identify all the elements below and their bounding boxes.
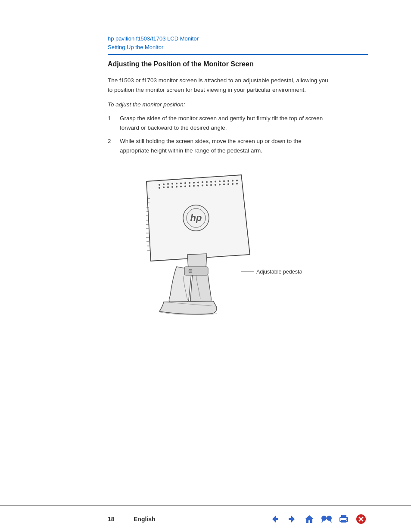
svg-rect-66: [341, 520, 346, 523]
svg-point-18: [236, 180, 238, 181]
svg-point-34: [223, 184, 225, 185]
footer-language: English: [134, 516, 268, 523]
step-1-text: Grasp the sides of the monitor screen an…: [120, 114, 332, 132]
section-divider: [108, 54, 368, 55]
section-heading: Adjusting the Position of the Monitor Sc…: [108, 60, 368, 68]
breadcrumb-line1: hp pavilion f1503/f1703 LCD Monitor: [108, 34, 368, 43]
svg-point-55: [189, 269, 192, 273]
breadcrumb: hp pavilion f1503/f1703 LCD Monitor Sett…: [108, 34, 368, 51]
content-area: hp pavilion f1503/f1703 LCD Monitor Sett…: [0, 0, 411, 505]
nav-home-button[interactable]: [302, 513, 316, 525]
italic-instruction: To adjust the monitor position:: [108, 101, 368, 108]
svg-point-13: [215, 180, 216, 182]
svg-point-7: [189, 182, 190, 184]
breadcrumb-line2: Setting Up the Monitor: [108, 43, 368, 52]
svg-point-22: [171, 186, 173, 188]
svg-point-16: [227, 180, 229, 182]
nav-print-button[interactable]: [337, 513, 351, 525]
step-2-text: While still holding the screen sides, mo…: [120, 137, 332, 155]
steps-list: 1 Grasp the sides of the monitor screen …: [108, 114, 332, 155]
svg-point-31: [210, 184, 212, 186]
monitor-diagram-svg: hp: [121, 168, 302, 315]
svg-point-59: [322, 516, 326, 520]
svg-point-29: [202, 184, 203, 186]
footer-navigation: [268, 513, 368, 525]
monitor-illustration: hp: [121, 168, 302, 315]
svg-point-23: [176, 186, 177, 187]
svg-point-6: [184, 182, 186, 184]
svg-marker-57: [272, 516, 278, 523]
svg-point-27: [193, 185, 195, 187]
svg-point-1: [163, 184, 165, 185]
diagram-label: Adjustable pedestal arm: [256, 269, 302, 275]
svg-point-15: [223, 180, 225, 182]
svg-marker-58: [289, 516, 295, 523]
svg-point-2: [167, 183, 169, 185]
svg-point-19: [159, 187, 160, 189]
svg-point-25: [184, 185, 186, 187]
svg-point-17: [232, 180, 234, 181]
svg-point-36: [232, 183, 234, 185]
svg-point-33: [219, 184, 221, 185]
svg-text:hp: hp: [190, 212, 202, 223]
svg-point-21: [167, 186, 169, 188]
svg-point-4: [176, 183, 177, 184]
svg-point-20: [163, 187, 165, 188]
svg-rect-61: [326, 518, 327, 519]
nav-search-button[interactable]: [320, 513, 333, 525]
intro-paragraph: The f1503 or f1703 monitor screen is att…: [108, 76, 332, 94]
nav-back-button[interactable]: [268, 513, 282, 525]
svg-point-11: [206, 181, 208, 183]
svg-point-12: [210, 181, 212, 183]
svg-point-60: [327, 516, 331, 520]
svg-point-37: [236, 183, 238, 184]
svg-point-5: [180, 182, 182, 184]
footer: 18 English: [0, 505, 411, 532]
svg-point-26: [189, 185, 190, 187]
svg-rect-54: [184, 267, 208, 275]
svg-line-63: [330, 520, 331, 523]
step-1-num: 1: [108, 114, 115, 132]
svg-point-9: [197, 181, 199, 183]
svg-point-14: [219, 180, 221, 182]
svg-point-67: [346, 518, 347, 520]
svg-point-0: [159, 184, 160, 186]
svg-point-30: [206, 184, 208, 186]
step-2-num: 2: [108, 137, 115, 155]
svg-point-28: [197, 185, 199, 187]
footer-page-number: 18: [108, 516, 134, 523]
nav-forward-button[interactable]: [285, 513, 299, 525]
svg-point-8: [193, 182, 195, 184]
svg-point-32: [215, 184, 216, 186]
svg-point-24: [180, 186, 182, 187]
step-2: 2 While still holding the screen sides, …: [108, 137, 332, 155]
step-1: 1 Grasp the sides of the monitor screen …: [108, 114, 332, 132]
page-container: hp pavilion f1503/f1703 LCD Monitor Sett…: [0, 0, 411, 532]
svg-point-3: [171, 183, 173, 184]
svg-line-62: [322, 520, 323, 523]
nav-close-button[interactable]: [354, 513, 368, 525]
svg-point-10: [202, 181, 203, 183]
svg-point-35: [227, 183, 229, 185]
